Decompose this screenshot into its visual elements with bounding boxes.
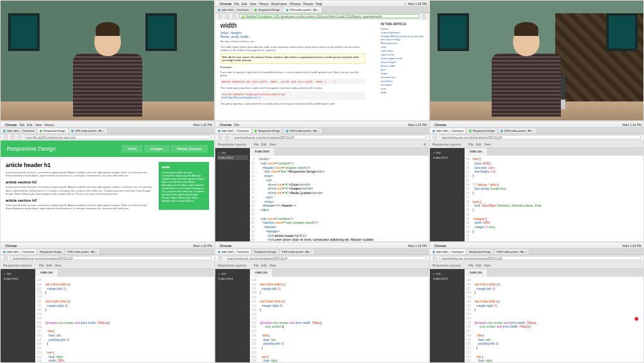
site-title: Responsive Design bbox=[7, 146, 56, 152]
toc-heading: IN THIS ARTICLE bbox=[381, 22, 425, 26]
instructor-video-right: ⭐😊💗🌈 bbox=[429, 0, 644, 121]
file-index-html[interactable]: index.html bbox=[217, 155, 248, 160]
project-name: Responsive Layouts bbox=[218, 142, 246, 146]
nav-link[interactable]: Images bbox=[144, 145, 169, 153]
article-h1: article header h1 bbox=[6, 162, 154, 168]
mac-menubar: Chrome FileEditViewHistoryBookmarksWindo… bbox=[215, 1, 429, 7]
code-editor[interactable]: 1819202122232425262728293031323334353637… bbox=[465, 156, 643, 242]
error-indicator-icon[interactable] bbox=[635, 317, 638, 321]
nav-link[interactable]: Grids bbox=[121, 145, 143, 153]
toc-sidebar: IN THIS ARTICLE SyntaxLogical operatorsP… bbox=[381, 22, 425, 95]
back-button[interactable] bbox=[218, 14, 223, 19]
editor-css-panel-1: ChromeWed 1:19 PM index.html — Treehouse… bbox=[429, 121, 644, 242]
tab-2[interactable]: Responsive Design bbox=[252, 7, 283, 13]
nav-link[interactable]: Media Queries bbox=[171, 145, 208, 153]
folder-css[interactable]: css bbox=[217, 150, 248, 155]
preview-icon[interactable]: 👁 bbox=[423, 142, 426, 146]
preview-aside: asideLorem ipsum dolor sit amet, consect… bbox=[159, 162, 209, 210]
editor-css-panel-3: ChromeWed 1:19 PM index.html — Treehouse… bbox=[215, 242, 429, 363]
editor-css-panel-4: ChromeWed 1:19 PM index.html — Treehouse… bbox=[429, 242, 644, 363]
reload-button[interactable] bbox=[17, 135, 22, 140]
clock: Wed 1:19 PM bbox=[408, 2, 427, 6]
tab-3[interactable]: CSS media queries - Mo… bbox=[283, 7, 323, 13]
back-button[interactable] bbox=[3, 135, 8, 140]
address-bar[interactable]: 🔒 Mozilla Foundation (US) developer.mozi… bbox=[239, 14, 419, 18]
mdn-browser-panel: Chrome FileEditViewHistoryBookmarksWindo… bbox=[215, 0, 429, 121]
editor-html-panel: ChromeFileWed 1:19 PM index.html — Treeh… bbox=[215, 121, 429, 242]
code-editor[interactable]: 1351361371381391401411421431441451461471… bbox=[35, 277, 214, 363]
code-editor[interactable]: 9101112131415161718192021222324252627282… bbox=[250, 156, 429, 242]
file-tree[interactable]: css index.html bbox=[215, 148, 250, 242]
menu-button[interactable] bbox=[421, 14, 426, 19]
mdn-content: IN THIS ARTICLE SyntaxLogical operatorsP… bbox=[215, 20, 429, 120]
address-bar[interactable]: teamtreehouse.com/workspaces/38721124 bbox=[232, 135, 426, 139]
reload-button[interactable] bbox=[232, 14, 237, 19]
code-editor[interactable]: 1351361371381391401411421431441451461471… bbox=[465, 277, 643, 363]
forward-button[interactable] bbox=[10, 135, 15, 140]
instructor-video-left bbox=[0, 0, 215, 121]
app-name: Chrome bbox=[220, 2, 232, 6]
site-header: Responsive Design GridsImagesMedia Queri… bbox=[1, 141, 214, 157]
editor-tab[interactable]: index.html bbox=[250, 148, 275, 156]
wifi-icon[interactable]: ⏦ bbox=[404, 2, 406, 6]
editor-css-panel-2: ChromeWed 1:19 PM index.html — Treehouse… bbox=[0, 242, 215, 363]
address-bar[interactable]: port-80-xg290s.treehouse-app.com bbox=[24, 135, 212, 139]
tab-1[interactable]: index.html — Treehouse bbox=[215, 7, 252, 13]
browser-tabs: index.html — Treehouse Responsive Design… bbox=[215, 7, 429, 13]
code-editor[interactable]: 1051061071081091101111121131141151161171… bbox=[250, 277, 429, 363]
responsive-preview-panel: ChromeFileEditViewHistoryWed 1:19 PM ind… bbox=[0, 121, 215, 242]
forward-button[interactable] bbox=[225, 14, 230, 19]
